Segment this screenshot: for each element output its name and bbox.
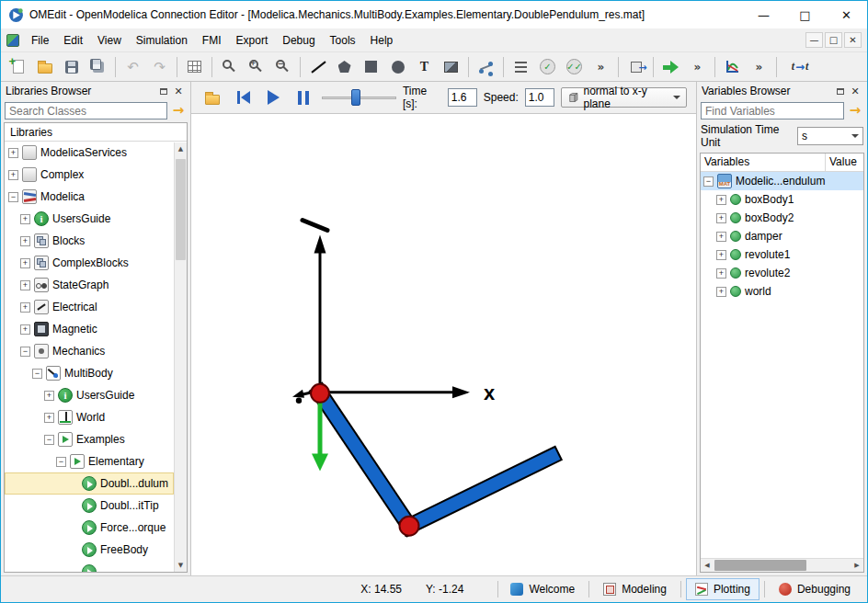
library-item-doubl-ittip[interactable]: Doubl...itTip: [5, 495, 174, 517]
menu-edit[interactable]: Edit: [56, 31, 90, 50]
search-classes-input[interactable]: [5, 102, 167, 119]
scrollbar-thumb[interactable]: [176, 159, 186, 260]
open-model-button[interactable]: [32, 55, 57, 79]
scroll-up-button[interactable]: [175, 142, 187, 155]
expander-icon[interactable]: −: [44, 435, 54, 445]
variable-row-boxbody2[interactable]: +boxBody2: [701, 209, 863, 227]
statusbar-tab-modeling[interactable]: Modeling: [594, 578, 676, 600]
expander-icon[interactable]: +: [44, 413, 54, 423]
library-item-blocks[interactable]: +Blocks: [5, 230, 174, 252]
libraries-close-button[interactable]: [171, 85, 186, 98]
time-input[interactable]: [448, 88, 477, 107]
expander-icon[interactable]: −: [20, 347, 30, 357]
new-model-button[interactable]: [6, 55, 30, 79]
minimize-button[interactable]: [743, 1, 784, 28]
zoom-fit-button[interactable]: [217, 55, 242, 79]
connect-mode-button[interactable]: [474, 55, 498, 79]
polygon-shape-button[interactable]: [332, 55, 357, 79]
line-shape-button[interactable]: [305, 55, 330, 79]
mdi-restore-button[interactable]: [825, 32, 842, 48]
expander-icon[interactable]: +: [20, 258, 30, 268]
find-advanced-button[interactable]: [847, 103, 863, 119]
scrollbar-thumb[interactable]: [714, 560, 806, 571]
expander-icon[interactable]: +: [716, 287, 726, 297]
menu-help[interactable]: Help: [363, 31, 401, 50]
toolbar-overflow-button-1[interactable]: [588, 55, 613, 79]
menu-tools[interactable]: Tools: [323, 31, 363, 50]
redo-button[interactable]: [147, 55, 172, 79]
mdi-close-button[interactable]: [844, 32, 862, 48]
animation-pause-button[interactable]: [291, 85, 315, 109]
library-item-magnetic[interactable]: +Magnetic: [5, 318, 174, 340]
library-item-complex[interactable]: +Complex: [5, 164, 174, 186]
expander-icon[interactable]: +: [44, 391, 54, 401]
menu-simulation[interactable]: Simulation: [129, 31, 195, 50]
mdi-minimize-button[interactable]: [805, 32, 823, 48]
libraries-float-button[interactable]: [156, 85, 171, 98]
expander-icon[interactable]: −: [8, 192, 18, 202]
variable-row-revolute1[interactable]: +revolute1: [701, 245, 863, 264]
animation-open-button[interactable]: [200, 85, 224, 109]
library-item-force-orque[interactable]: Force...orque: [5, 517, 174, 539]
undo-button[interactable]: [120, 55, 145, 79]
library-item-partial[interactable]: [5, 561, 174, 572]
scroll-down-button[interactable]: [175, 559, 187, 572]
check-model-button[interactable]: [535, 55, 560, 79]
variables-float-button[interactable]: [833, 85, 848, 98]
scroll-right-button[interactable]: [851, 559, 863, 572]
expander-icon[interactable]: +: [8, 170, 18, 180]
library-item-modelica[interactable]: −Modelica: [5, 186, 174, 208]
expander-icon[interactable]: −: [32, 369, 42, 379]
variables-close-button[interactable]: [848, 85, 862, 98]
library-item-freebody[interactable]: FreeBody: [5, 539, 174, 561]
maximize-button[interactable]: [784, 1, 826, 28]
expander-icon[interactable]: +: [716, 268, 726, 279]
close-button[interactable]: [826, 1, 867, 28]
rectangle-shape-button[interactable]: [359, 55, 383, 79]
statusbar-tab-welcome[interactable]: Welcome: [501, 578, 584, 600]
expander-icon[interactable]: +: [716, 195, 726, 205]
statusbar-tab-plotting[interactable]: Plotting: [686, 578, 760, 600]
expander-icon[interactable]: +: [20, 214, 30, 224]
result-file-row[interactable]: − Modelic...endulum: [701, 172, 863, 190]
instantiate-model-button[interactable]: [623, 55, 648, 79]
animation-time-slider[interactable]: [322, 89, 396, 106]
statusbar-tab-debugging[interactable]: Debugging: [770, 578, 860, 600]
check-all-models-button[interactable]: [562, 55, 587, 79]
expander-icon[interactable]: +: [716, 213, 726, 223]
menu-export[interactable]: Export: [229, 31, 276, 50]
time-unit-dropdown[interactable]: s: [797, 127, 863, 145]
speed-input[interactable]: [525, 88, 554, 107]
expander-icon[interactable]: +: [716, 232, 726, 242]
variables-horizontal-scrollbar[interactable]: [701, 558, 863, 572]
slider-handle[interactable]: [351, 89, 360, 106]
simulate-button[interactable]: [658, 55, 683, 79]
toolbar-overflow-button-3[interactable]: [747, 55, 771, 79]
ellipse-shape-button[interactable]: [385, 55, 410, 79]
library-item-usersguide[interactable]: +UsersGuide: [5, 208, 174, 230]
library-item-doubl-dulum[interactable]: Doubl...dulum: [5, 472, 174, 495]
variable-row-revolute2[interactable]: +revolute2: [701, 264, 863, 282]
libraries-vertical-scrollbar[interactable]: [174, 142, 187, 572]
expander-icon[interactable]: +: [716, 250, 726, 260]
text-shape-button[interactable]: [412, 55, 437, 79]
variable-row-damper[interactable]: +damper: [701, 227, 863, 245]
menu-view[interactable]: View: [90, 31, 129, 50]
variable-row-boxbody1[interactable]: +boxBody1: [701, 190, 863, 209]
toolbar-overflow-button-2[interactable]: [685, 55, 710, 79]
menu-file[interactable]: File: [24, 31, 56, 50]
library-item-examples[interactable]: −Examples: [5, 428, 174, 450]
view-perspective-dropdown[interactable]: normal to x-y plane: [561, 87, 687, 108]
bitmap-shape-button[interactable]: [439, 55, 463, 79]
library-item-multibody[interactable]: −MultiBody: [5, 362, 174, 384]
animation-rewind-button[interactable]: [231, 85, 255, 109]
library-item-mechanics[interactable]: −Mechanics: [5, 340, 174, 362]
library-item-complexblocks[interactable]: +ComplexBlocks: [5, 252, 174, 274]
expander-icon[interactable]: −: [703, 176, 714, 187]
animation-play-button[interactable]: [261, 85, 285, 109]
library-item-world[interactable]: +World: [5, 406, 174, 428]
expander-icon[interactable]: +: [20, 280, 30, 290]
library-item-usersguide[interactable]: +UsersGuide: [5, 384, 174, 406]
variable-row-world[interactable]: +world: [701, 282, 863, 301]
expander-icon[interactable]: +: [8, 148, 18, 158]
